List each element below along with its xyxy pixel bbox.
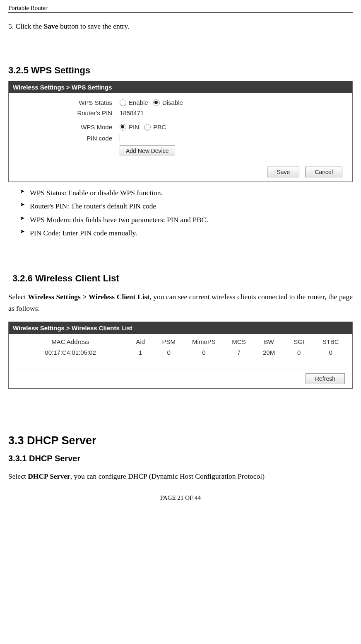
col-mimops: MimoPS xyxy=(184,337,224,347)
clients-panel-title: Wireless Settings > Wireless Clients Lis… xyxy=(9,322,352,334)
pin-code-input[interactable] xyxy=(120,134,198,142)
heading-326: 3.2.6 Wireless Client List xyxy=(12,273,353,284)
divider xyxy=(14,370,347,370)
divider xyxy=(16,120,345,120)
router-pin-label: Router's PIN xyxy=(16,109,120,116)
bullet-item: Router's PIN: The router's default PIN c… xyxy=(20,199,353,213)
p326-bold: Wireless Settings > Wireless Client List xyxy=(28,293,149,301)
bullet-item: WPS Modem: this fields have two paramete… xyxy=(20,213,353,226)
table-header-row: MAC Address Aid PSM MimoPS MCS BW SGI ST… xyxy=(14,337,347,347)
cell-aid: 1 xyxy=(127,347,154,358)
wps-enable-text: Enable xyxy=(129,99,148,106)
col-mac: MAC Address xyxy=(14,337,127,347)
p33-suffix: , you can configure DHCP (Dynamic Host C… xyxy=(70,472,265,480)
wps-enable-radio[interactable] xyxy=(120,99,126,106)
save-button[interactable]: Save xyxy=(267,167,299,177)
cell-stbc: 0 xyxy=(314,347,347,358)
bullet-item: WPS Status: Enable or disable WPS functi… xyxy=(20,186,353,199)
cell-sgi: 0 xyxy=(284,347,314,358)
table-row: 00:17:C4:01:05:02 1 0 0 7 20M 0 0 xyxy=(14,347,347,358)
page-number: PAGE 21 OF 44 xyxy=(8,494,353,501)
p326-prefix: Select xyxy=(8,293,28,301)
wps-disable-radio[interactable] xyxy=(153,99,160,106)
p33-prefix: Select xyxy=(8,472,28,480)
col-sgi: SGI xyxy=(284,337,314,347)
cell-mcs: 7 xyxy=(224,347,254,358)
cell-psm: 0 xyxy=(154,347,184,358)
clients-table: MAC Address Aid PSM MimoPS MCS BW SGI ST… xyxy=(14,337,347,358)
cell-bw: 20M xyxy=(254,347,284,358)
col-bw: BW xyxy=(254,337,284,347)
col-mcs: MCS xyxy=(224,337,254,347)
col-stbc: STBC xyxy=(314,337,347,347)
router-pin-value: 1858471 xyxy=(120,109,144,116)
wps-pin-text: PIN xyxy=(129,123,139,131)
heading-331: 3.3.1 DHCP Server xyxy=(8,454,353,463)
intro-line: 5. Click the Save button to save the ent… xyxy=(8,20,353,32)
sec326-para: Select Wireless Settings > Wireless Clie… xyxy=(8,291,353,314)
intro-suffix: button to save the entry. xyxy=(58,22,130,30)
wps-settings-panel: Wireless Settings > WPS Settings WPS Sta… xyxy=(8,81,353,182)
heading-325: 3.2.5 WPS Settings xyxy=(8,65,353,76)
cell-mac: 00:17:C4:01:05:02 xyxy=(14,347,127,358)
cancel-button[interactable]: Cancel xyxy=(305,167,342,177)
doc-header: Portable Router xyxy=(8,5,48,11)
add-new-device-button[interactable]: Add New Device xyxy=(120,145,175,156)
pin-code-label: PIN code xyxy=(16,135,120,142)
intro-bold: Save xyxy=(44,22,58,30)
bullet-item: PIN Code: Enter PIN code manually. xyxy=(20,226,353,240)
heading-33: 3.3 DHCP Server xyxy=(8,434,353,447)
wps-disable-text: Disable xyxy=(162,99,183,106)
wps-pbc-radio[interactable] xyxy=(144,124,151,131)
intro-prefix: 5. Click the xyxy=(8,22,44,30)
wps-pin-radio[interactable] xyxy=(120,124,126,131)
cell-mimops: 0 xyxy=(184,347,224,358)
wps-pbc-text: PBC xyxy=(153,123,166,131)
p33-bold: DHCP Server xyxy=(28,472,70,480)
refresh-button[interactable]: Refresh xyxy=(306,373,345,384)
wps-panel-title: Wireless Settings > WPS Settings xyxy=(9,81,352,93)
wps-mode-label: WPS Mode xyxy=(16,123,120,131)
clients-list-panel: Wireless Settings > Wireless Clients Lis… xyxy=(8,322,353,389)
sec33-para: Select DHCP Server, you can configure DH… xyxy=(8,470,353,482)
wps-status-label: WPS Status xyxy=(16,99,120,106)
wps-bullet-list: WPS Status: Enable or disable WPS functi… xyxy=(8,186,353,240)
col-aid: Aid xyxy=(127,337,154,347)
col-psm: PSM xyxy=(154,337,184,347)
